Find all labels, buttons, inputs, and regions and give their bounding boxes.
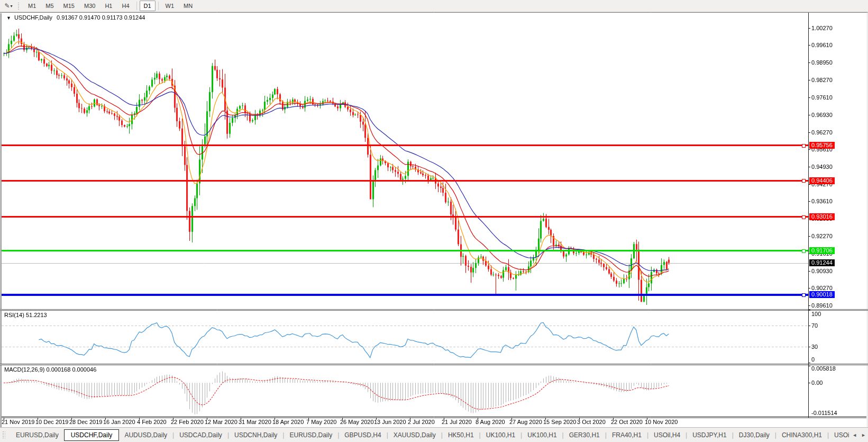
chart-tab-eurusd-daily[interactable]: EURUSD,Daily [11,430,64,440]
chart-tab-gbpusd-h4[interactable]: GBPUSD,H4 [339,430,386,440]
macd-axis-label: 0.005818 [811,365,836,372]
chart-tab-usdcnh-daily[interactable]: USDCNH,Daily [229,430,282,440]
chart-ohlc-values: 0.91367 0.91470 0.91173 0.91244 [57,14,145,21]
date-axis-label: 21 Jul 2020 [442,419,472,425]
chart-tab-ger30-h1[interactable]: GER30,H1 [564,430,605,440]
price-axis-label: 0.97610 [811,94,833,101]
price-axis-label: 0.90930 [811,268,833,274]
date-axis-label: 18 Apr 2020 [272,419,304,425]
symbol-dropdown-icon[interactable]: ▼ [6,15,11,21]
rsi-indicator-label: RSI(14) 51.2213 [4,312,47,318]
timeframe-button-m15[interactable]: M15 [59,1,79,11]
timeframe-button-w1[interactable]: W1 [161,1,179,11]
chart-tab-usdchf-daily[interactable]: USDCHF,Daily [64,429,120,441]
price-axis-label: 0.92270 [811,233,833,239]
date-axis-label: 10 Nov 2020 [645,419,678,425]
scroll-left-icon[interactable]: ◄ [852,432,857,438]
chart-tabs: EURUSD,DailyUSDCHF,DailyAUDUSD,Daily|USD… [11,429,866,441]
price-line-badge-0.90018: 0.90018 [809,291,835,298]
date-axis-label: 3 Oct 2020 [577,419,606,425]
chart-tab-china300-h1[interactable]: CHINA300,H1 [776,430,827,440]
scroll-right-icon[interactable]: ► [861,432,866,438]
chevron-down-icon: ▾ [11,4,13,8]
date-axis-label: 16 Jan 2020 [103,419,135,425]
chart-tab-uk100-h1[interactable]: UK100,H1 [522,430,562,440]
timeframe-button-m30[interactable]: M30 [80,1,99,11]
price-axis-label: 0.99610 [811,42,833,48]
timeframe-button-m1[interactable]: M1 [24,1,40,11]
price-line-badge-0.91706: 0.91706 [809,247,835,254]
timeframe-button-mn[interactable]: MN [179,1,197,11]
macd-indicator-label: MACD(12,26,9) 0.000168 0.000046 [4,366,96,373]
rsi-axis-label: 70 [811,322,818,329]
timeframe-button-m5[interactable]: M5 [41,1,58,11]
date-axis-label: 22 Feb 2020 [171,419,204,425]
price-axis-label: 1.00270 [811,25,833,31]
tab-scroll-arrows: ◄ ► [849,428,866,442]
rsi-axis-label: 0 [811,356,815,363]
date-axis-label: 26 May 2020 [340,419,374,425]
date-axis-label: 28 Dec 2019 [69,419,102,425]
rsi-axis-label: 30 [811,344,818,350]
date-axis-label: 21 Nov 2019 [2,419,34,425]
price-axis-label: 0.89610 [811,302,833,309]
toolbar-separator [136,2,137,10]
toolbar-separator [158,2,159,10]
price-axis-label: 0.94930 [811,164,833,170]
rsi-axis-label: 100 [811,311,821,317]
date-axis-label: 12 Mar 2020 [205,419,237,425]
tabbar-grip-handle[interactable] [2,431,5,439]
timeframe-button-h1[interactable]: H1 [100,1,116,11]
price-axis-label: 0.98270 [811,77,833,83]
current-price-badge: 0.91244 [809,259,835,266]
date-axis-label: 2 Jul 2020 [408,419,435,425]
date-axis-label: 4 Feb 2020 [137,419,167,425]
chart-tab-usoil-h4[interactable]: USOil,H4 [648,430,686,440]
chart-tab-usdjpy-h1[interactable]: USDJPY,H1 [687,430,732,440]
pencil-draw-icon[interactable]: ✎▾ [2,1,15,11]
macd-axis-label: 0.00 [811,380,823,386]
date-axis-label: 10 Dec 2019 [35,419,68,425]
chart-tab-eurusd-daily[interactable]: EURUSD,Daily [284,430,337,440]
timeframe-toolbar: ✎▾ M1M5M15M30H1H4D1W1MN [0,0,868,12]
chart-title: ▼USDCHF,Daily0.91367 0.91470 0.91173 0.9… [6,14,145,21]
price-line-badge-0.94406: 0.94406 [809,177,835,184]
chart-tab-uk100-h1[interactable]: UK100,H1 [481,430,520,440]
date-axis-label: 13 Jun 2020 [374,419,406,425]
chart-tab-hk50-h1[interactable]: HK50,H1 [443,430,479,440]
trading-app: ✎▾ M1M5M15M30H1H4D1W1MN ▼USDCHF,Daily0.9… [0,0,868,442]
price-axis-label: 0.96930 [811,112,833,118]
timeframe-button-d1[interactable]: D1 [140,1,156,11]
chart-tab-audusd-daily[interactable]: AUDUSD,Daily [119,430,172,440]
timeframe-button-h4[interactable]: H4 [117,1,133,11]
price-chart-canvas[interactable] [0,12,868,428]
price-line-badge-0.93016: 0.93016 [809,213,835,220]
toolbar-grip-handle[interactable] [17,2,20,10]
date-axis-label: 15 Sep 2020 [543,419,576,425]
timeframe-buttons: M1M5M15M30H1H4D1W1MN [23,1,197,11]
price-axis-label: 0.90270 [811,285,833,291]
price-axis-label: 0.96270 [811,129,833,136]
chart-tab-dj30-daily[interactable]: DJ30,Daily [734,430,775,440]
chart-tab-xauusd-daily[interactable]: XAUUSD,Daily [388,430,441,440]
date-axis-label: 27 Aug 2020 [509,419,542,425]
macd-axis-label: -0.011514 [811,410,837,416]
chart-tab-bar: EURUSD,DailyUSDCHF,DailyAUDUSD,Daily|USD… [0,427,868,442]
chart-tab-fra40-h1[interactable]: FRA40,H1 [607,430,647,440]
price-axis-label: 0.93610 [811,198,833,204]
date-axis-label: 7 May 2020 [306,419,336,425]
price-axis-label: 0.98950 [811,59,833,66]
chart-tab-usdcad-daily[interactable]: USDCAD,Daily [174,430,227,440]
chart-symbol-label: USDCHF,Daily [14,14,52,21]
price-line-badge-0.95756: 0.95756 [809,142,835,149]
date-axis-label: 8 Aug 2020 [476,419,505,425]
date-axis-label: 31 Mar 2020 [239,419,271,425]
date-axis-label: 22 Oct 2020 [611,419,643,425]
